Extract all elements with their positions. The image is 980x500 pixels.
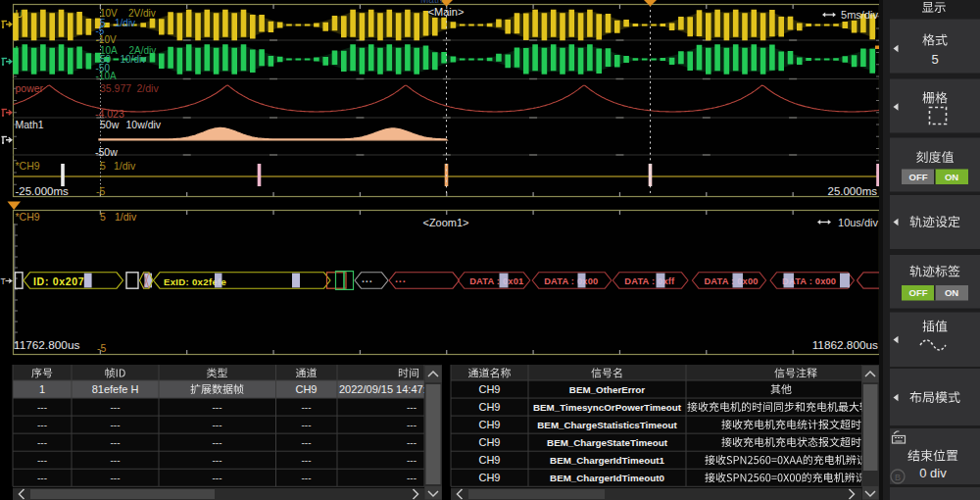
svg-text:5ms/div: 5ms/div xyxy=(841,9,878,21)
svg-text:1/div: 1/div xyxy=(115,18,135,28)
svg-text:-50w: -50w xyxy=(95,146,118,158)
svg-text:B: B xyxy=(895,473,901,482)
svg-text:-10V: -10V xyxy=(96,34,117,45)
svg-text:CH9: CH9 xyxy=(478,401,500,413)
svg-text:81efefe H: 81efefe H xyxy=(92,383,139,395)
svg-text:-10A: -10A xyxy=(96,71,117,81)
svg-text:---: --- xyxy=(407,473,416,483)
svg-text:---: --- xyxy=(302,473,312,483)
svg-text:---: --- xyxy=(302,402,312,413)
svg-text:I: I xyxy=(16,44,19,56)
svg-text:*CH9: *CH9 xyxy=(16,160,40,172)
svg-text:DATA : 0xff: DATA : 0xff xyxy=(624,276,675,286)
svg-text:Math: Math xyxy=(420,0,442,5)
svg-text:CH9: CH9 xyxy=(478,472,500,483)
svg-text:1: 1 xyxy=(39,383,45,395)
svg-text:11762.800us: 11762.800us xyxy=(14,338,79,352)
svg-text:DATA : 0x00: DATA : 0x00 xyxy=(704,276,758,286)
svg-text:Math1: Math1 xyxy=(16,119,44,130)
svg-text:...: ... xyxy=(395,273,407,284)
svg-text:2/div: 2/div xyxy=(137,82,160,94)
svg-text:---: --- xyxy=(111,455,121,466)
svg-text:1/div: 1/div xyxy=(115,211,137,223)
svg-text:*CH9: *CH9 xyxy=(16,211,40,223)
svg-text:ID: 0x207: ID: 0x207 xyxy=(33,275,84,287)
svg-text:---: --- xyxy=(37,473,47,483)
svg-text:-5: -5 xyxy=(96,185,105,197)
svg-text:BEM_ChargeStateTimeout: BEM_ChargeStateTimeout xyxy=(547,437,668,448)
svg-text:---: --- xyxy=(302,437,312,448)
svg-text:CH9: CH9 xyxy=(478,419,500,430)
svg-text:---: --- xyxy=(37,402,47,413)
svg-text:---: --- xyxy=(213,402,222,413)
svg-text:25.000ms: 25.000ms xyxy=(827,185,877,197)
svg-text:BEM_ChargerIdTimeout1: BEM_ChargerIdTimeout1 xyxy=(550,455,664,466)
svg-text:---: --- xyxy=(407,420,416,430)
svg-text:---: --- xyxy=(37,455,47,466)
svg-text:-5: -5 xyxy=(97,342,106,354)
svg-text:DATA : 0x00: DATA : 0x00 xyxy=(544,276,598,286)
svg-text:DATA : 0x01: DATA : 0x01 xyxy=(469,276,523,286)
svg-text:<Main>: <Main> xyxy=(428,6,465,18)
svg-text:2022/09/15 14:47:: 2022/09/15 14:47: xyxy=(339,383,426,395)
svg-text:ON: ON xyxy=(945,287,958,298)
svg-text:---: --- xyxy=(213,455,222,466)
svg-text:power: power xyxy=(16,82,44,94)
svg-text:U: U xyxy=(16,8,24,20)
svg-text:ON: ON xyxy=(945,172,958,182)
svg-text:11862.800us: 11862.800us xyxy=(812,338,878,352)
svg-text:BEM_ChargeStatisticsTimeout: BEM_ChargeStatisticsTimeout xyxy=(537,420,677,430)
svg-text:---: --- xyxy=(111,437,121,448)
svg-text:10/div: 10/div xyxy=(121,54,147,65)
svg-text:---: --- xyxy=(302,455,312,466)
svg-text:---: --- xyxy=(407,402,416,413)
svg-text:10w/div: 10w/div xyxy=(126,119,162,130)
svg-text:---: --- xyxy=(37,437,47,448)
svg-text:T: T xyxy=(1,276,6,286)
svg-text:0 div: 0 div xyxy=(919,466,947,480)
svg-text:10us/div: 10us/div xyxy=(838,217,878,228)
svg-text:---: --- xyxy=(111,420,121,430)
svg-text:50w: 50w xyxy=(100,119,120,130)
svg-text:OFF: OFF xyxy=(909,287,928,298)
svg-text:5: 5 xyxy=(931,52,938,67)
svg-text:CH9: CH9 xyxy=(295,383,317,395)
svg-text:-25.000ms: -25.000ms xyxy=(16,185,70,197)
svg-text:1/div: 1/div xyxy=(114,160,136,172)
svg-text:---: --- xyxy=(111,402,121,413)
svg-text:---: --- xyxy=(302,420,312,430)
svg-text:---: --- xyxy=(213,420,222,430)
svg-text:CH9: CH9 xyxy=(478,383,500,395)
svg-text:5: 5 xyxy=(100,160,106,172)
svg-text:---: --- xyxy=(37,420,47,430)
svg-text:<Zoom1>: <Zoom1> xyxy=(422,217,468,228)
svg-text:35.977: 35.977 xyxy=(100,82,131,94)
svg-text:---: --- xyxy=(407,437,416,448)
svg-text:BEM_OtherError: BEM_OtherError xyxy=(569,384,645,395)
svg-text:CH9: CH9 xyxy=(478,454,500,466)
svg-text:---: --- xyxy=(213,437,222,448)
svg-text:OFF: OFF xyxy=(909,172,928,182)
svg-text:...: ... xyxy=(362,273,373,284)
svg-text:---: --- xyxy=(213,473,222,483)
svg-text:CH9: CH9 xyxy=(478,436,500,448)
svg-text:BEM_TimesyncOrPowerTimeout: BEM_TimesyncOrPowerTimeout xyxy=(533,402,682,413)
svg-text:---: --- xyxy=(111,473,121,483)
svg-text:5: 5 xyxy=(100,211,106,223)
svg-text:BEM_ChargerIdTimeout0: BEM_ChargerIdTimeout0 xyxy=(550,473,664,483)
svg-text:---: --- xyxy=(407,455,416,466)
